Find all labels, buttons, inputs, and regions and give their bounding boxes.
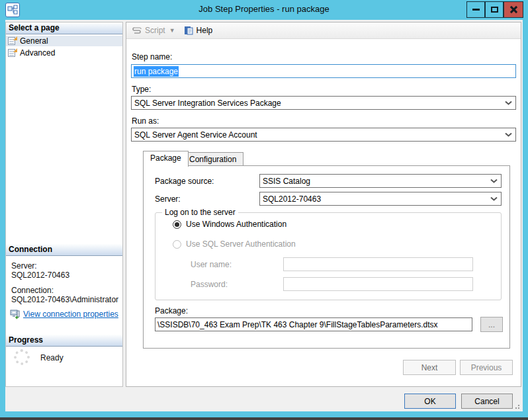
server-select-value: SQL2012-70463 (263, 194, 321, 204)
chevron-down-icon (490, 196, 498, 201)
progress-spinner-icon (14, 349, 30, 365)
logon-group-title: Log on to the server (162, 208, 238, 217)
tab-package[interactable]: Package (143, 151, 189, 167)
ok-button[interactable]: OK (404, 394, 456, 409)
progress-header: Progress (6, 335, 122, 347)
run-as-value: SQL Server Agent Service Account (134, 130, 257, 140)
run-as-label: Run as: (132, 116, 159, 126)
help-button[interactable]: Help (197, 26, 213, 35)
script-dropdown-icon[interactable]: ▼ (169, 27, 175, 34)
dialog-body: Select a page General Advanced Connectio… (5, 20, 523, 411)
chevron-down-icon (505, 132, 512, 137)
connection-value: SQL2012-70463\Administrator (11, 295, 118, 304)
server-select-label: Server: (155, 194, 181, 204)
windows-auth-label: Use Windows Authentication (186, 220, 286, 229)
password-label: Password: (191, 280, 228, 289)
package-source-value: SSIS Catalog (263, 177, 310, 186)
user-name-label: User name: (191, 260, 232, 269)
cancel-button[interactable]: Cancel (461, 394, 513, 409)
type-value: SQL Server Integration Services Package (134, 99, 281, 108)
step-name-input[interactable]: run package (131, 64, 516, 78)
sql-auth-label: Use SQL Server Authentication (186, 239, 296, 249)
sidebar: Select a page General Advanced Connectio… (5, 22, 123, 387)
sidebar-item-advanced[interactable]: Advanced (6, 48, 122, 58)
script-icon (132, 25, 142, 36)
job-step-properties-window: Job Step Properties - run package Select… (0, 0, 528, 420)
package-path-input[interactable]: \SSISDB\70_463 Exam Prep\TK 463 Chapter … (155, 317, 472, 331)
chevron-down-icon (505, 101, 512, 105)
connection-properties-icon (10, 309, 21, 319)
package-path-value: \SSISDB\70_463 Exam Prep\TK 463 Chapter … (157, 320, 438, 329)
next-button[interactable]: Next (403, 360, 456, 375)
package-source-label: Package source: (155, 177, 214, 186)
radio-selected-icon (173, 220, 181, 229)
select-a-page-header: Select a page (6, 22, 122, 34)
package-source-select[interactable]: SSIS Catalog (259, 174, 502, 188)
window-bottom-edge (0, 417, 528, 420)
package-label: Package: (155, 306, 188, 315)
minimize-icon (472, 9, 480, 11)
maximize-button[interactable] (485, 1, 504, 18)
server-select[interactable]: SQL2012-70463 (259, 192, 502, 206)
view-connection-properties-label: View connection properties (23, 310, 118, 319)
sidebar-item-label: General (20, 36, 48, 46)
main-panel: Script ▼ Help Step name: run package Typ… (126, 22, 521, 387)
step-name-value: run package (134, 66, 179, 77)
toolbar: Script ▼ Help (126, 22, 521, 39)
progress-status: Ready (40, 353, 64, 362)
type-label: Type: (132, 85, 151, 94)
server-value: SQL2012-70463 (11, 271, 69, 280)
step-name-label: Step name: (132, 52, 172, 62)
logon-groupbox: Log on to the server Use Windows Authent… (155, 212, 502, 300)
resize-grip[interactable] (513, 403, 520, 409)
password-input[interactable] (283, 277, 473, 291)
user-name-input[interactable] (283, 257, 473, 271)
title-bar[interactable]: Job Step Properties - run package (0, 0, 528, 20)
page-icon (8, 36, 17, 46)
close-button[interactable] (504, 1, 523, 18)
minimize-button[interactable] (466, 1, 485, 18)
windows-auth-radio[interactable]: Use Windows Authentication (173, 220, 286, 229)
tab-configuration[interactable]: Configuration (182, 152, 243, 167)
help-icon (183, 25, 194, 36)
view-connection-properties-link[interactable]: View connection properties (10, 309, 118, 319)
radio-unselected-icon (173, 240, 181, 249)
close-icon (509, 5, 518, 14)
maximize-icon (491, 7, 498, 13)
chevron-down-icon (490, 179, 498, 183)
run-as-select[interactable]: SQL Server Agent Service Account (131, 128, 516, 142)
sidebar-item-general[interactable]: General (6, 36, 122, 46)
package-tab-panel: Package source: SSIS Catalog Server: SQL… (143, 165, 510, 349)
type-select[interactable]: SQL Server Integration Services Package (131, 96, 516, 110)
sidebar-item-label: Advanced (20, 48, 55, 58)
page-icon (8, 48, 17, 58)
window-title: Job Step Properties - run package (0, 4, 528, 14)
sql-auth-radio[interactable]: Use SQL Server Authentication (173, 239, 296, 249)
connection-label: Connection: (11, 286, 54, 295)
browse-package-button[interactable]: ... (480, 317, 503, 332)
script-button[interactable]: Script (145, 26, 165, 35)
connection-header: Connection (6, 244, 122, 256)
server-label: Server: (11, 261, 37, 271)
previous-button[interactable]: Previous (460, 360, 513, 375)
